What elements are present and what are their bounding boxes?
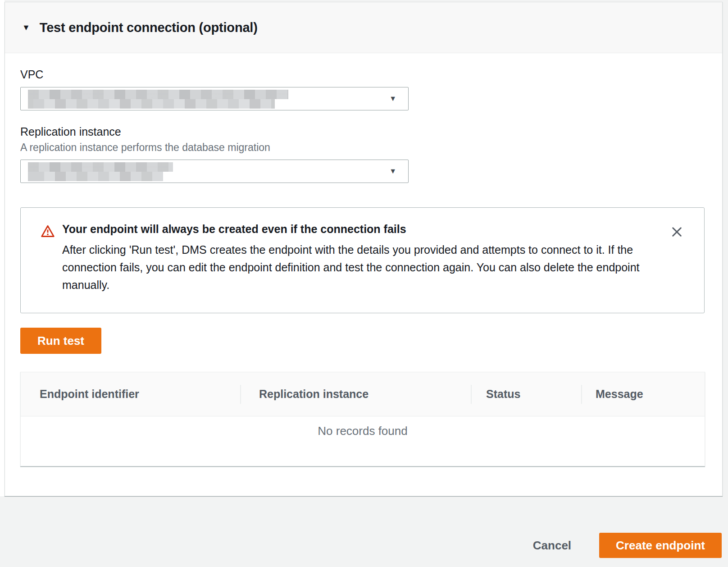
section-body: VPC ▼ Replication instance A replication… [5, 68, 722, 466]
replication-instance-label: Replication instance [20, 125, 722, 138]
replication-instance-description: A replication instance performs the data… [20, 142, 722, 154]
vpc-select[interactable]: ▼ [20, 87, 409, 110]
redacted-value [28, 172, 163, 181]
table-body: No records found [21, 416, 705, 466]
close-icon[interactable] [669, 225, 684, 240]
footer-actions: Cancel Create endpoint [533, 533, 722, 558]
redacted-value [28, 162, 173, 172]
create-endpoint-button[interactable]: Create endpoint [599, 533, 722, 558]
column-header-message: Message [581, 372, 705, 416]
chevron-down-icon: ▼ [389, 168, 396, 175]
alert-text: Your endpoint will always be created eve… [62, 223, 644, 294]
redacted-value [28, 99, 275, 109]
column-header-replication-instance: Replication instance [240, 372, 471, 416]
collapse-triangle-icon[interactable]: ▼ [22, 23, 30, 32]
redacted-value [28, 90, 288, 99]
section-header[interactable]: ▼ Test endpoint connection (optional) [5, 2, 722, 53]
column-header-endpoint-identifier: Endpoint identifier [21, 372, 240, 416]
column-header-status: Status [471, 372, 581, 416]
test-endpoint-panel: ▼ Test endpoint connection (optional) VP… [5, 2, 723, 496]
results-table: Endpoint identifier Replication instance… [20, 372, 705, 466]
left-margin-strip [0, 0, 5, 496]
section-title: Test endpoint connection (optional) [40, 20, 258, 35]
warning-alert: Your endpoint will always be created eve… [20, 207, 705, 313]
chevron-down-icon: ▼ [389, 95, 396, 102]
alert-body: After clicking 'Run test', DMS creates t… [62, 241, 644, 294]
alert-title: Your endpoint will always be created eve… [62, 223, 644, 236]
cancel-button[interactable]: Cancel [533, 539, 571, 553]
warning-triangle-icon [41, 224, 55, 240]
vpc-label: VPC [20, 68, 722, 81]
empty-state-text: No records found [21, 416, 705, 438]
table-header-row: Endpoint identifier Replication instance… [21, 372, 705, 416]
run-test-button[interactable]: Run test [20, 328, 101, 354]
replication-instance-select[interactable]: ▼ [20, 160, 409, 183]
